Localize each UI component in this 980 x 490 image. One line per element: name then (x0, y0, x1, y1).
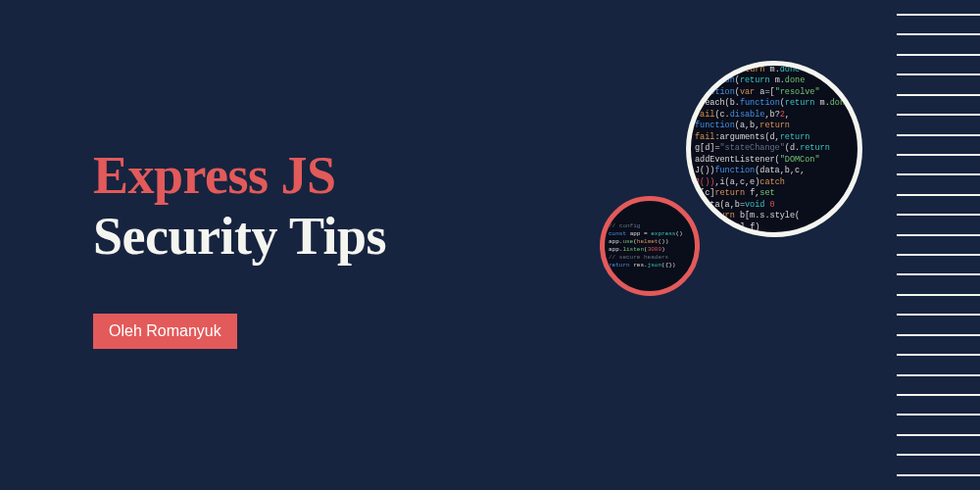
stripe-line (897, 14, 980, 16)
stripe-line (897, 74, 980, 75)
stripe-line (897, 54, 980, 56)
stripe-line (897, 454, 980, 456)
stripe-line (897, 254, 980, 256)
hero-content: Express JS Security Tips Oleh Romanyuk (93, 145, 386, 349)
stripe-line (897, 134, 980, 136)
stripe-line (897, 334, 980, 336)
stripe-line (897, 273, 980, 275)
author-badge: Oleh Romanyuk (93, 314, 237, 349)
stripe-line (897, 314, 980, 316)
stripe-line (897, 33, 980, 35)
stripe-line (897, 234, 980, 236)
stripe-line (897, 154, 980, 156)
decorative-circle-large: void fn(return m.done function(return m.… (686, 61, 862, 237)
title-line-2: Security Tips (93, 206, 386, 267)
stripe-line (897, 414, 980, 416)
stripe-line (897, 394, 980, 396)
stripe-line (897, 374, 980, 376)
stripe-line (897, 434, 980, 436)
code-image-large: void fn(return m.done function(return m.… (691, 66, 858, 232)
stripe-line (897, 354, 980, 356)
decorative-stripes (897, 14, 980, 476)
title-line-1: Express JS (93, 145, 386, 206)
stripe-line (897, 294, 980, 296)
code-image-small: // config const app = express() app.use(… (605, 201, 695, 291)
stripe-line (897, 474, 980, 476)
stripe-line (897, 114, 980, 116)
stripe-line (897, 173, 980, 175)
stripe-line (897, 214, 980, 216)
decorative-circle-small: // config const app = express() app.use(… (600, 196, 700, 296)
stripe-line (897, 94, 980, 96)
stripe-line (897, 194, 980, 196)
